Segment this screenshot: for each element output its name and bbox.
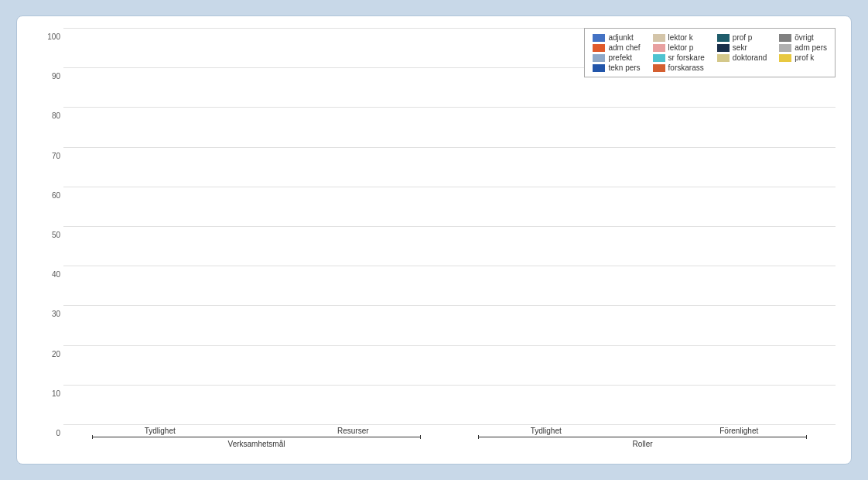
category-bracket: Roller	[449, 435, 836, 448]
legend-color	[593, 44, 605, 52]
y-tick: 0	[56, 429, 63, 437]
bracket-h	[479, 437, 805, 437]
category-label: Roller	[632, 440, 652, 448]
legend-label: lektor k	[668, 33, 693, 42]
legend-color	[593, 64, 605, 72]
legend-color	[717, 44, 730, 52]
x-brackets: Verksamhetsmål Roller	[63, 435, 836, 448]
chart-container: adjunktlektor kprof pövrigtadm cheflekto…	[16, 15, 852, 465]
legend-item: sr forskare	[653, 53, 705, 62]
legend-label: tekn pers	[608, 63, 640, 72]
legend-color	[593, 54, 605, 62]
legend-item: adjunkt	[593, 33, 640, 42]
legend-color	[653, 64, 665, 72]
y-tick: 20	[52, 349, 63, 358]
y-tick: 30	[52, 310, 63, 318]
legend-label: adjunkt	[608, 33, 633, 42]
legend-color	[653, 44, 665, 52]
bracket-line	[92, 435, 420, 439]
legend-label: doktorand	[733, 53, 767, 62]
y-tick: 50	[52, 231, 63, 239]
legend-label: adm chef	[608, 43, 640, 52]
legend-item: adm chef	[593, 43, 640, 52]
group-x-label: Resurser	[257, 427, 450, 435]
legend-label: adm pers	[795, 43, 827, 52]
y-ticks: 1009080706050403020100	[34, 28, 63, 424]
bracket-v-right	[420, 435, 421, 439]
legend-label: prof k	[795, 53, 814, 62]
group-x-label: Tydlighet	[449, 427, 643, 435]
legend-color	[593, 34, 605, 42]
category-bracket: Verksamhetsmål	[63, 435, 449, 448]
y-tick: 40	[52, 270, 63, 279]
y-tick: 80	[52, 111, 63, 120]
legend-item: prefekt	[593, 53, 640, 62]
legend-color	[653, 54, 665, 62]
category-label: Verksamhetsmål	[228, 440, 285, 448]
bracket-h	[93, 437, 419, 437]
y-tick: 10	[52, 389, 63, 397]
legend-color	[779, 54, 791, 62]
plot-region: 1009080706050403020100	[34, 28, 836, 424]
legend-label: lektor p	[668, 43, 694, 52]
y-tick: 60	[52, 190, 63, 199]
y-tick: 90	[52, 72, 63, 81]
legend-item: doktorand	[717, 53, 767, 62]
legend-label: prof p	[733, 33, 753, 42]
legend-color	[779, 44, 791, 52]
legend-item: prof k	[779, 53, 827, 62]
legend-item: lektor k	[653, 33, 705, 42]
legend-box: adjunktlektor kprof pövrigtadm cheflekto…	[584, 28, 836, 77]
group-x-label: Förenlighet	[643, 427, 836, 435]
legend-label: forskarass	[668, 63, 704, 72]
legend-color	[779, 34, 791, 42]
x-labels: TydlighetResurserTydlighetFörenlighet	[63, 427, 836, 435]
bracket-v-right	[806, 435, 807, 439]
legend-item: sekr	[717, 43, 767, 52]
chart-area: adjunktlektor kprof pövrigtadm cheflekto…	[32, 28, 836, 448]
legend-item: forskarass	[653, 63, 705, 72]
legend-item: tekn pers	[593, 63, 640, 72]
group-x-label: Tydlighet	[63, 427, 257, 435]
legend-item: prof p	[717, 33, 767, 42]
legend-item: övrigt	[779, 33, 827, 42]
legend-label: sekr	[733, 43, 747, 52]
chart-inner: adjunktlektor kprof pövrigtadm cheflekto…	[34, 28, 836, 448]
bracket-line	[478, 435, 806, 439]
legend-color	[717, 54, 730, 62]
grid-line	[63, 424, 836, 425]
legend-color	[717, 34, 730, 42]
legend-color	[653, 34, 665, 42]
legend-label: prefekt	[608, 53, 632, 62]
legend-label: sr forskare	[668, 53, 705, 62]
legend-item: lektor p	[653, 43, 705, 52]
y-tick: 70	[52, 151, 63, 159]
legend-item: adm pers	[779, 43, 827, 52]
bars-area	[63, 28, 836, 424]
y-tick: 100	[47, 33, 63, 41]
bars-plot	[63, 28, 836, 424]
legend-label: övrigt	[795, 33, 813, 42]
